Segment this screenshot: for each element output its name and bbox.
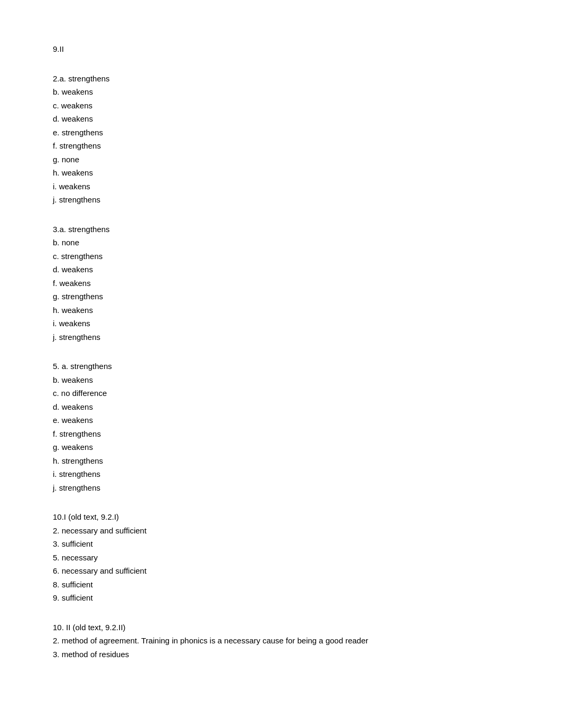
line-item-1-7: h. weakens [53,166,508,180]
line-item-1-8: i. weakens [53,180,508,193]
section-heading: 9.II [53,42,508,56]
line-item-2-3: d. weakens [53,263,508,277]
line-item-3-1: b. weakens [53,373,508,387]
line-item-1-9: j. strengthens [53,193,508,207]
line-item-4-5: 8. sufficient [53,578,508,592]
line-item-3-0: 5. a. strengthens [53,360,508,373]
section-3: 5. a. strengthensb. weakensc. no differe… [53,360,508,494]
line-item-2-4: f. weakens [53,277,508,290]
line-item-2-7: i. weakens [53,317,508,330]
section-4: 10.I (old text, 9.2.I)2. necessary and s… [53,510,508,605]
line-item-1-1: b. weakens [53,85,508,99]
section-0: 9.II [53,42,508,56]
line-item-5-2: 3. method of residues [53,648,508,661]
line-item-3-3: d. weakens [53,400,508,414]
line-item-1-2: c. weakens [53,99,508,113]
page-content: 9.II2.a. strengthensb. weakensc. weakens… [53,42,508,661]
line-item-1-4: e. strengthens [53,126,508,140]
line-item-2-2: c. strengthens [53,250,508,263]
line-item-5-1: 2. method of agreement. Training in phon… [53,634,508,648]
line-item-4-6: 9. sufficient [53,591,508,605]
line-item-3-9: j. strengthens [53,481,508,495]
line-item-5-0: 10. II (old text, 9.2.II) [53,621,508,634]
line-item-4-0: 10.I (old text, 9.2.I) [53,510,508,524]
line-item-1-0: 2.a. strengthens [53,72,508,86]
section-2: 3.a. strengthensb. nonec. strengthensd. … [53,223,508,344]
line-item-3-8: i. strengthens [53,467,508,481]
line-item-4-1: 2. necessary and sufficient [53,524,508,538]
section-5: 10. II (old text, 9.2.II)2. method of ag… [53,621,508,661]
line-item-1-6: g. none [53,153,508,167]
line-item-1-3: d. weakens [53,112,508,126]
line-item-3-5: f. strengthens [53,427,508,441]
section-1: 2.a. strengthensb. weakensc. weakensd. w… [53,72,508,207]
line-item-3-6: g. weakens [53,440,508,454]
line-item-2-5: g. strengthens [53,290,508,303]
line-item-4-3: 5. necessary [53,551,508,565]
line-item-2-0: 3.a. strengthens [53,223,508,236]
line-item-4-2: 3. sufficient [53,537,508,551]
line-item-1-5: f. strengthens [53,139,508,153]
line-item-3-2: c. no difference [53,386,508,400]
line-item-2-6: h. weakens [53,303,508,317]
line-item-3-7: h. strengthens [53,454,508,468]
line-item-4-4: 6. necessary and sufficient [53,564,508,578]
line-item-2-8: j. strengthens [53,330,508,344]
line-item-3-4: e. weakens [53,413,508,427]
line-item-2-1: b. none [53,236,508,250]
